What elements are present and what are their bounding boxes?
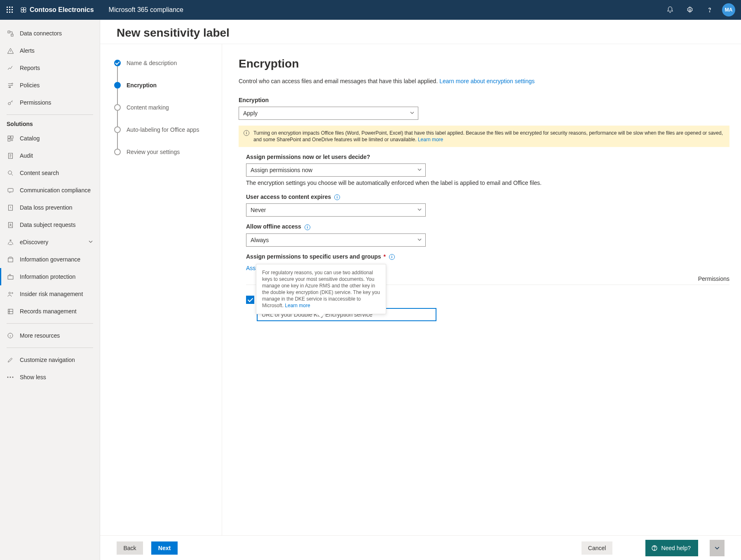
dke-checkbox[interactable] (246, 296, 254, 304)
nav-divider (7, 323, 93, 324)
svg-point-13 (689, 9, 691, 11)
svg-point-36 (10, 377, 11, 378)
assign-permissions-now-dropdown[interactable]: Assign permissions now (246, 163, 426, 177)
nav-item-data-connectors[interactable]: Data connectors (0, 25, 100, 42)
learn-more-link[interactable]: Learn more about encryption settings (439, 78, 535, 84)
org-brand[interactable]: Contoso Electronics (20, 6, 94, 14)
back-button[interactable]: Back (117, 541, 143, 555)
nav-item-information-protection[interactable]: Information protection (0, 268, 100, 285)
nav-customize[interactable]: Customize navigation (0, 351, 100, 369)
chart-icon (7, 64, 14, 72)
svg-rect-0 (7, 7, 8, 8)
user-access-expires-label: User access to content expires i (246, 194, 729, 200)
avatar[interactable]: MA (722, 3, 735, 16)
org-name: Contoso Electronics (30, 6, 94, 14)
nav-label: Reports (20, 65, 93, 71)
nav-label: Communication compliance (20, 187, 93, 194)
svg-point-28 (10, 224, 11, 225)
step-content-marking[interactable]: Content marking (100, 104, 222, 111)
wizard-footer: Back Next Cancel Need help? (100, 535, 741, 560)
svg-point-19 (8, 102, 10, 105)
nav-label: Catalog (20, 135, 93, 142)
encryption-warning-banner: i Turning on encryption impacts Office f… (239, 126, 729, 147)
nav-item-data-subject-requests[interactable]: Data subject requests (0, 216, 100, 233)
search-icon (7, 169, 14, 177)
info-icon[interactable]: i (334, 194, 340, 200)
nav-divider (7, 348, 93, 348)
info-icon[interactable]: i (305, 224, 310, 230)
info-icon[interactable]: i (389, 254, 395, 260)
svg-rect-15 (8, 31, 10, 33)
nav-item-policies[interactable]: Policies (0, 77, 100, 94)
nav-label: Policies (20, 82, 93, 89)
svg-point-31 (9, 292, 10, 294)
assign-permissions-now-label: Assign permissions now or let users deci… (246, 154, 729, 160)
nav-item-audit[interactable]: Audit (0, 147, 100, 164)
user-access-expires-dropdown[interactable]: Never (246, 203, 426, 217)
nav-label: Audit (20, 152, 93, 159)
allow-offline-access-label: Allow offline access i (246, 223, 729, 230)
help-icon[interactable] (700, 0, 720, 20)
step-label: Name & description (127, 60, 177, 66)
svg-rect-16 (11, 34, 13, 36)
page-title: New sensitivity label (100, 20, 741, 44)
step-review-your-settings[interactable]: Review your settings (100, 149, 222, 155)
nav-label: Information governance (20, 256, 93, 263)
nav-item-records-management[interactable]: Records management (0, 303, 100, 320)
need-help-button[interactable]: Need help? (645, 540, 698, 556)
need-help-toggle[interactable] (710, 540, 725, 556)
svg-point-12 (23, 10, 26, 12)
svg-rect-29 (8, 258, 12, 261)
nav-item-reports[interactable]: Reports (0, 59, 100, 77)
nav-item-content-search[interactable]: Content search (0, 164, 100, 182)
chevron-down-icon (410, 110, 415, 117)
step-label: Content marking (127, 104, 169, 111)
learn-more-link[interactable]: Learn more (418, 137, 443, 142)
learn-more-link[interactable]: Learn more (285, 303, 310, 308)
notifications-icon[interactable] (660, 0, 680, 20)
gear-icon[interactable] (680, 0, 700, 20)
svg-point-39 (654, 549, 655, 550)
insider-icon (7, 290, 14, 298)
nav-item-ediscovery[interactable]: eDiscovery (0, 233, 100, 251)
step-auto-labeling-for-office-apps[interactable]: Auto-labeling for Office apps (100, 126, 222, 133)
nav-show-less[interactable]: Show less (0, 369, 100, 386)
svg-point-32 (12, 292, 13, 294)
chevron-down-icon (88, 239, 93, 245)
nav-label: Data subject requests (20, 222, 93, 228)
encryption-dropdown[interactable]: Apply (239, 107, 418, 120)
pencil-icon (7, 356, 14, 364)
leftnav: Data connectorsAlertsReportsPoliciesPerm… (0, 20, 100, 560)
svg-rect-30 (8, 275, 13, 279)
nav-item-communication-compliance[interactable]: Communication compliance (0, 182, 100, 199)
cancel-button[interactable]: Cancel (582, 541, 613, 555)
svg-rect-5 (12, 9, 13, 10)
svg-point-14 (709, 12, 710, 12)
content-lede: Control who can access files and email m… (239, 77, 729, 85)
nav-label: Data loss prevention (20, 204, 93, 211)
nav-item-information-governance[interactable]: Information governance (0, 251, 100, 268)
nav-more-resources[interactable]: More resources (0, 327, 100, 344)
step-dot (114, 60, 121, 66)
nav-item-data-loss-prevention[interactable]: Data loss prevention (0, 199, 100, 216)
nav-label: Data connectors (20, 30, 93, 37)
step-name-description[interactable]: Name & description (100, 60, 222, 66)
audit-icon (7, 152, 14, 159)
chevron-down-icon (417, 167, 422, 173)
nav-item-alerts[interactable]: Alerts (0, 42, 100, 59)
svg-point-11 (21, 10, 23, 12)
svg-rect-1 (9, 7, 10, 8)
svg-rect-22 (8, 139, 10, 141)
allow-offline-access-dropdown[interactable]: Always (246, 233, 426, 247)
nav-item-catalog[interactable]: Catalog (0, 130, 100, 147)
nav-item-permissions[interactable]: Permissions (0, 94, 100, 111)
dsr-icon (7, 221, 14, 229)
nav-label: Information protection (20, 273, 93, 280)
nav-label: Records management (20, 308, 93, 315)
dke-tooltip: For regulatory reasons, you can use two … (256, 264, 386, 314)
nav-item-insider-risk-management[interactable]: Insider risk management (0, 285, 100, 303)
step-encryption[interactable]: Encryption (100, 82, 222, 89)
waffle-icon[interactable] (3, 3, 16, 16)
next-button[interactable]: Next (151, 541, 178, 555)
svg-rect-3 (7, 9, 8, 10)
